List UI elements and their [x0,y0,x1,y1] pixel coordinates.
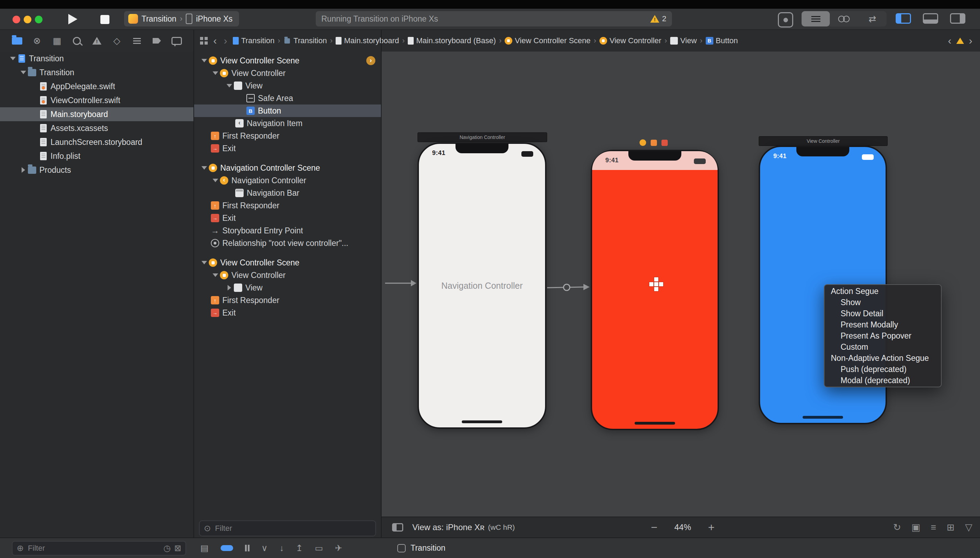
debug-process-bar[interactable]: Transition [397,538,446,558]
project-navigator-tab[interactable] [11,35,23,47]
scene-connector-icon[interactable] [366,56,375,65]
menu-item-show-detail[interactable]: Show Detail [825,308,941,319]
disclosure-triangle-icon[interactable] [200,163,209,172]
arrow-up-icon[interactable]: ↥ [296,543,303,553]
navigator-row-products[interactable]: Products [0,163,193,177]
warning-icon[interactable] [650,15,659,23]
outline-row-scene[interactable]: View Controller Scene [194,256,381,269]
navigation-controller-scene[interactable]: 9:41 Navigation Controller [418,143,546,429]
disclosure-triangle-icon[interactable] [200,56,209,65]
next-issue-button[interactable]: › [967,35,974,47]
navigator-row-group[interactable]: Transition [0,66,193,79]
scene-title-bar[interactable]: View Controller [759,136,888,146]
outline-row-first-responder[interactable]: First Responder [194,294,381,307]
zoom-button[interactable] [35,16,43,23]
debug-navigator-tab[interactable] [131,35,143,47]
recent-files-icon[interactable]: ◷ [163,543,171,553]
breadcrumb-item-storyboard-base[interactable]: Main.storyboard (Base) [408,36,496,45]
outline-row-navigation-controller[interactable]: Navigation Controller [194,174,381,187]
outline-row-view-controller[interactable]: View Controller [194,67,381,79]
breakpoint-navigator-tab[interactable] [151,35,163,47]
menu-item-push-deprecated[interactable]: Push (deprecated) [825,364,941,375]
version-editor-button[interactable]: ⇄ [858,11,886,26]
report-navigator-tab[interactable] [171,35,183,47]
disclosure-triangle-icon[interactable] [19,68,28,77]
related-items-icon[interactable] [200,37,208,44]
minimize-button[interactable] [24,16,31,23]
navigator-row-project[interactable]: Transition [0,52,193,66]
outline-row-view-controller[interactable]: View Controller [194,269,381,281]
frame-icon[interactable]: ▭ [315,543,323,553]
view-as-control[interactable]: View as: iPhone Xʀ (wC hR) [412,517,515,537]
storyboard-canvas[interactable]: Navigation Controller 9:41 Navigation Co… [381,52,980,517]
arrow-down-icon[interactable]: ↓ [280,543,284,553]
outline-row-view[interactable]: View [194,79,381,92]
stop-button[interactable] [100,15,109,24]
first-responder-icon[interactable] [651,140,657,146]
send-icon[interactable]: ✈ [335,543,342,553]
breadcrumb-item-button[interactable]: Button [706,36,738,45]
navigator-row-file[interactable]: ViewController.swift [0,94,193,107]
red-view-controller-scene[interactable]: 9:41 [591,150,719,430]
outline-row-scene[interactable]: View Controller Scene [194,54,381,67]
disclosure-triangle-icon[interactable] [200,258,209,267]
disclosure-triangle-icon[interactable] [19,166,28,174]
media-library-icon[interactable]: ▤ [201,543,209,553]
issue-navigator-tab[interactable] [91,35,103,47]
close-button[interactable] [13,16,20,23]
zoom-out-button[interactable]: − [646,521,662,534]
outline-row-navigation-bar[interactable]: Navigation Bar [194,187,381,199]
navigator-row-file[interactable]: AppDelegate.swift [0,79,193,94]
scheme-selector[interactable]: Transition › iPhone Xs [124,11,239,26]
outline-row-relationship[interactable]: Relationship "root view controller"... [194,237,381,249]
scene-title-bar[interactable]: Navigation Controller [418,132,547,142]
activity-viewer[interactable]: Running Transition on iPhone Xs 2 [316,11,672,26]
outline-row-first-responder[interactable]: First Responder [194,199,381,212]
menu-item-present-modally[interactable]: Present Modally [825,319,941,330]
navigator-filter-input[interactable] [27,543,160,553]
disclosure-triangle-icon[interactable] [225,283,234,292]
navigator-row-file[interactable]: Assets.xcassets [0,121,193,135]
zoom-in-button[interactable]: + [704,521,719,534]
disclosure-triangle-icon[interactable] [211,176,220,185]
breadcrumb-item-view-controller[interactable]: View Controller [599,36,661,45]
test-navigator-tab[interactable]: ◇ [111,35,123,47]
outline-row-entry-point[interactable]: Storyboard Entry Point [194,224,381,237]
update-frames-icon[interactable]: ↻ [893,522,901,533]
outline-row-first-responder[interactable]: First Responder [194,130,381,142]
navigator-filter-field[interactable]: ⊕ ◷ ⊠ [12,541,186,556]
toggle-outline-button[interactable] [392,523,403,532]
orientation-toggle-icon[interactable] [220,545,233,551]
outline-row-exit[interactable]: Exit [194,142,381,155]
exit-icon[interactable] [661,140,668,146]
add-constraints-icon[interactable]: ⊞ [947,522,955,533]
toggle-debug-area-button[interactable] [923,13,938,24]
previous-issue-button[interactable]: ‹ [947,35,953,47]
outline-row-exit[interactable]: Exit [194,307,381,319]
run-button[interactable] [68,14,77,25]
breadcrumb-item-storyboard[interactable]: Main.storyboard [335,36,399,45]
library-icon[interactable] [778,12,793,28]
align-icon[interactable]: ≡ [931,522,936,533]
breadcrumb-item-group[interactable]: Transition [283,36,327,45]
disclosure-triangle-icon[interactable] [225,81,234,90]
standard-editor-button[interactable] [802,11,830,26]
outline-filter-input[interactable] [214,524,371,533]
breadcrumb-item-scene[interactable]: View Controller Scene [505,36,590,45]
go-back-button[interactable]: ‹ [212,35,218,47]
assistant-editor-button[interactable] [830,11,858,26]
pause-icon[interactable] [245,545,250,551]
menu-item-present-as-popover[interactable]: Present As Popover [825,330,941,341]
navigator-row-file[interactable]: LaunchScreen.storyboard [0,135,193,149]
outline-row-scene[interactable]: Navigation Controller Scene [194,162,381,174]
panel-divider[interactable] [193,30,194,558]
outline-row-view[interactable]: View [194,281,381,294]
resolve-issues-icon[interactable]: ▽ [965,522,972,533]
outline-row-exit[interactable]: Exit [194,212,381,224]
navigator-row-file-selected[interactable]: Main.storyboard [0,107,193,121]
find-navigator-tab[interactable] [71,35,83,47]
collapse-icon[interactable]: ∨ [261,543,268,553]
toggle-navigator-panel-button[interactable] [896,13,911,24]
disclosure-triangle-icon[interactable] [211,69,220,78]
filter-add-icon[interactable]: ⊕ [17,543,24,553]
